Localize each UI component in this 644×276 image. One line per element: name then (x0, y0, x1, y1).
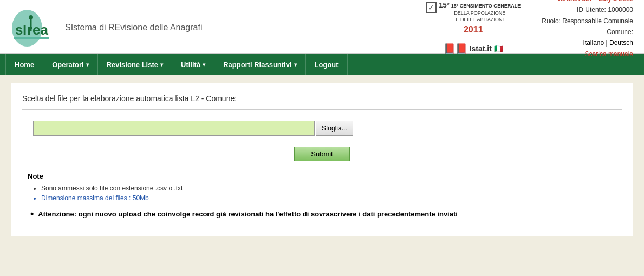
notes-section: Note Sono ammessi solo file con estensio… (22, 172, 622, 220)
warning-bullet-icon: • (30, 208, 34, 220)
svg-point-4 (29, 15, 33, 19)
file-input-display (33, 121, 315, 136)
language-links[interactable]: Italiano | Deutsch (542, 37, 633, 48)
logo-text-area: SIstema di REvisione delle Anagrafi (65, 21, 202, 32)
submit-row: Submit (22, 147, 622, 161)
note-item-2: Dimensione massima dei files : 50Mb (41, 194, 622, 202)
census-sub2: E DELLE ABITAZIONI (439, 17, 521, 23)
istat-label: Istat.it (470, 44, 492, 53)
main-content: Scelta del file per la elaborazione auto… (0, 75, 644, 245)
submit-button[interactable]: Submit (294, 147, 349, 161)
svg-rect-6 (14, 37, 49, 39)
comune-text: Comune: (542, 27, 633, 37)
id-utente: ID Utente: 1000000 (542, 4, 633, 15)
logo-graphic: s I rea (11, 6, 54, 47)
nav-utilita[interactable]: Utilità ▾ (172, 54, 214, 75)
note-item-1: Sono ammessi solo file con estensione .c… (41, 185, 622, 192)
notes-title: Note (28, 172, 622, 180)
chevron-down-icon: ▾ (160, 62, 163, 68)
nav-revisione-liste[interactable]: Revisione Liste ▾ (98, 54, 172, 75)
censimento-box: ✓ 15° 15° CENSIMENTO GENERALE DELLA POPO… (421, 0, 525, 38)
nav-logout[interactable]: Logout (306, 54, 348, 75)
istat-area: ✓ 15° 15° CENSIMENTO GENERALE DELLA POPO… (421, 0, 525, 55)
scarica-manuale-link[interactable]: Scarica manuale (542, 49, 633, 60)
chevron-down-icon: ▾ (294, 62, 297, 68)
version-text: Version 697 - July 3 2012 (542, 0, 633, 4)
svg-text:I: I (23, 22, 27, 38)
chevron-down-icon: ▾ (86, 62, 89, 68)
notes-list: Sono ammessi solo file con estensione .c… (28, 185, 622, 202)
content-box: Scelta del file per la elaborazione auto… (11, 83, 633, 236)
nav-home[interactable]: Home (5, 54, 43, 75)
nav-operatori[interactable]: Operatori ▾ (43, 54, 98, 75)
chevron-down-icon: ▾ (203, 62, 205, 68)
browse-button[interactable]: Sfoglia... (316, 121, 353, 136)
section-title: Scelta del file per la elaborazione auto… (22, 94, 622, 110)
info-area: Version 697 - July 3 2012 ID Utente: 100… (542, 0, 633, 60)
census-sub1: DELLA POPOLAZIONE (439, 10, 521, 17)
file-upload-row: Sfoglia... (22, 121, 622, 136)
ruolo-text: Ruolo: Responsabile Comunale (542, 16, 633, 27)
svg-text:s: s (15, 22, 23, 38)
warning-item: • Attenzione: ogni nuovo upload che coin… (28, 210, 622, 220)
header: s I rea SIstema di REvisione delle Anagr… (0, 0, 644, 54)
logo-area: s I rea SIstema di REvisione delle Anagr… (11, 6, 421, 47)
site-subtitle: SIstema di REvisione delle Anagrafi (65, 23, 202, 32)
istat-logo[interactable]: 📕📕 Istat.it 🇮🇹 (444, 43, 503, 55)
nav-rapporti[interactable]: Rapporti Riassuntivi ▾ (214, 54, 305, 75)
warning-text: Attenzione: ogni nuovo upload che coinvo… (38, 210, 458, 218)
censimento-year: 2011 (426, 24, 521, 36)
